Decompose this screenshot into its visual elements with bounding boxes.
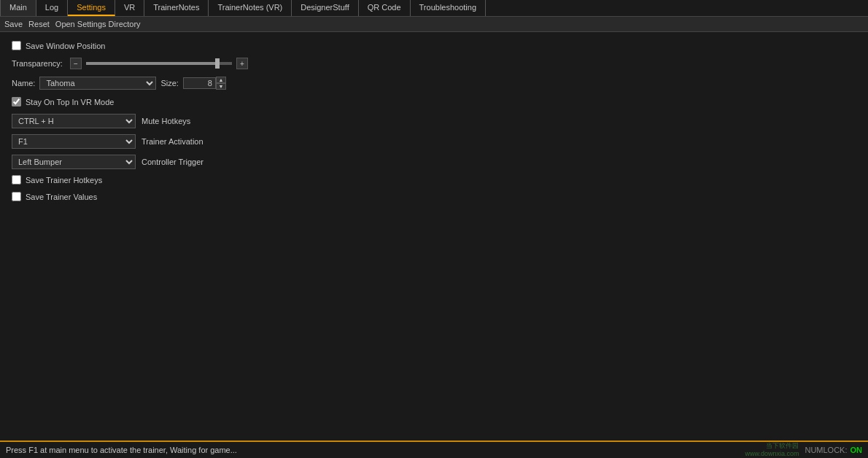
watermark-line2: www.downxia.com [745, 450, 799, 458]
transparency-label: Transparency: [12, 59, 63, 68]
transparency-slider[interactable] [86, 62, 232, 65]
tab-designerstuff[interactable]: DesignerStuff [292, 0, 358, 16]
tab-trainernotes[interactable]: TrainerNotes [144, 0, 209, 16]
trainer-activation-select[interactable]: F1 [12, 134, 136, 149]
font-size-spin-buttons: ▲ ▼ [216, 77, 226, 90]
font-size-spinner: ▲ ▼ [183, 77, 226, 90]
numlock-label: NUMLOCK: [805, 446, 847, 454]
tab-settings[interactable]: Settings [68, 0, 115, 16]
save-window-position-label[interactable]: Save Window Position [12, 41, 105, 50]
tab-bar: Main Log Settings VR TrainerNotes Traine… [0, 0, 868, 17]
tab-main[interactable]: Main [0, 0, 36, 16]
stay-on-top-checkbox[interactable] [12, 97, 21, 106]
status-right: 当下软件园 www.downxia.com NUMLOCK: ON [745, 442, 862, 458]
transparency-minus-button[interactable]: − [70, 58, 82, 69]
tab-troubleshooting[interactable]: Troubleshooting [411, 0, 486, 16]
trainer-activation-row: F1 Trainer Activation [12, 134, 856, 149]
transparency-thumb [215, 58, 220, 69]
save-trainer-hotkeys-checkbox[interactable] [12, 175, 21, 185]
tab-log[interactable]: Log [36, 0, 68, 16]
mute-hotkey-select[interactable]: CTRL + H [12, 114, 136, 128]
watermark: 当下软件园 www.downxia.com [745, 442, 799, 458]
status-message: Press F1 at main menu to activate the tr… [6, 446, 237, 454]
tab-vr[interactable]: VR [115, 0, 144, 16]
font-size-label: Size: [160, 79, 178, 88]
font-name-label: Name: [12, 79, 35, 88]
font-size-up-button[interactable]: ▲ [216, 77, 226, 83]
status-bar: Press F1 at main menu to activate the tr… [0, 440, 868, 458]
save-trainer-hotkeys-text: Save Trainer Hotkeys [26, 176, 102, 185]
controller-trigger-label: Controller Trigger [142, 158, 204, 166]
numlock-value: ON [850, 446, 863, 454]
controller-trigger-select[interactable]: Left Bumper [12, 155, 136, 169]
font-name-select[interactable]: Tahoma [39, 77, 156, 90]
font-size-input[interactable] [183, 77, 216, 89]
trainer-activation-label: Trainer Activation [142, 137, 204, 146]
save-window-position-checkbox[interactable] [12, 41, 21, 50]
open-settings-link[interactable]: Open Settings Directory [55, 20, 141, 28]
stay-on-top-text: Stay On Top In VR Mode [26, 98, 114, 106]
save-trainer-values-checkbox[interactable] [12, 192, 21, 201]
font-row: Name: Tahoma Size: ▲ ▼ [12, 77, 856, 90]
save-trainer-values-label[interactable]: Save Trainer Values [12, 192, 97, 201]
toolbar: Save Reset Open Settings Directory [0, 17, 868, 32]
settings-panel: Save Window Position Transparency: − + N… [0, 32, 868, 440]
transparency-row: Transparency: − + [12, 58, 856, 69]
tab-qrcode[interactable]: QR Code [359, 0, 411, 16]
watermark-line1: 当下软件园 [745, 442, 799, 450]
save-trainer-hotkeys-label[interactable]: Save Trainer Hotkeys [12, 175, 102, 185]
tab-trainernotes-vr[interactable]: TrainerNotes (VR) [209, 0, 292, 16]
save-window-position-text: Save Window Position [26, 42, 105, 50]
save-button[interactable]: Save [4, 20, 23, 28]
stay-on-top-label[interactable]: Stay On Top In VR Mode [12, 97, 114, 106]
mute-hotkey-label: Mute Hotkeys [142, 117, 190, 125]
stay-on-top-row: Stay On Top In VR Mode [12, 97, 856, 106]
save-trainer-hotkeys-row: Save Trainer Hotkeys [12, 175, 856, 185]
reset-button[interactable]: Reset [28, 20, 50, 28]
transparency-fill [86, 62, 217, 65]
font-size-down-button[interactable]: ▼ [216, 83, 226, 90]
numlock-area: NUMLOCK: ON [805, 446, 862, 454]
save-window-position-row: Save Window Position [12, 41, 856, 50]
save-trainer-values-text: Save Trainer Values [26, 193, 97, 201]
save-trainer-values-row: Save Trainer Values [12, 192, 856, 201]
transparency-plus-button[interactable]: + [236, 58, 248, 69]
mute-hotkey-row: CTRL + H Mute Hotkeys [12, 114, 856, 128]
controller-trigger-row: Left Bumper Controller Trigger [12, 155, 856, 169]
